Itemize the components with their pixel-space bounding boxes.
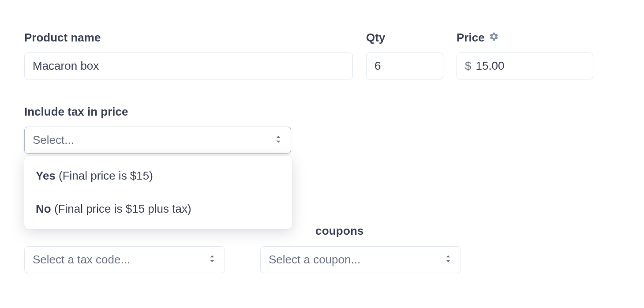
coupon-select[interactable]: Select a coupon...	[260, 246, 461, 273]
include-tax-section: Include tax in price Select... Yes (Fina…	[24, 105, 620, 154]
qty-field: Qty	[366, 31, 443, 79]
currency-symbol: $	[465, 59, 471, 73]
tax-code-select[interactable]: Select a tax code...	[24, 246, 225, 273]
include-tax-label: Include tax in price	[24, 105, 620, 119]
price-label: Price	[457, 31, 485, 45]
coupon-select-value: Select a coupon...	[269, 253, 360, 267]
price-input[interactable]	[476, 53, 585, 79]
bottom-row: coupons Select a tax code... Select a co…	[24, 246, 620, 273]
product-name-input[interactable]	[24, 53, 353, 79]
gear-icon[interactable]	[489, 31, 499, 45]
option-yes-rest: (Final price is $15)	[56, 169, 153, 182]
include-tax-dropdown: Yes (Final price is $15) No (Final price…	[24, 156, 292, 229]
price-field: Price $	[457, 31, 593, 79]
include-tax-option-yes[interactable]: Yes (Final price is $15)	[24, 159, 292, 192]
option-no-rest: (Final price is $15 plus tax)	[51, 202, 191, 215]
include-tax-select[interactable]: Select...	[24, 127, 291, 154]
option-yes-strong: Yes	[36, 169, 56, 182]
price-input-wrapper[interactable]: $	[457, 53, 593, 79]
qty-input[interactable]	[366, 53, 443, 79]
include-tax-option-no[interactable]: No (Final price is $15 plus tax)	[24, 192, 292, 225]
coupons-label-partial: coupons	[315, 224, 364, 238]
top-row: Product name Qty Price $	[24, 31, 620, 79]
chevron-sort-icon	[444, 253, 452, 267]
product-name-label: Product name	[24, 31, 101, 45]
product-name-field: Product name	[24, 31, 353, 79]
chevron-sort-icon	[274, 133, 282, 147]
chevron-sort-icon	[208, 253, 216, 267]
coupon-group: Select a coupon...	[260, 246, 461, 273]
tax-code-select-value: Select a tax code...	[33, 253, 130, 267]
include-tax-select-wrapper: Select... Yes (Final price is $15) No (F…	[24, 127, 291, 154]
qty-label: Qty	[366, 31, 385, 45]
tax-code-group: Select a tax code...	[24, 246, 225, 273]
option-no-strong: No	[36, 202, 51, 215]
include-tax-select-value: Select...	[33, 133, 74, 147]
